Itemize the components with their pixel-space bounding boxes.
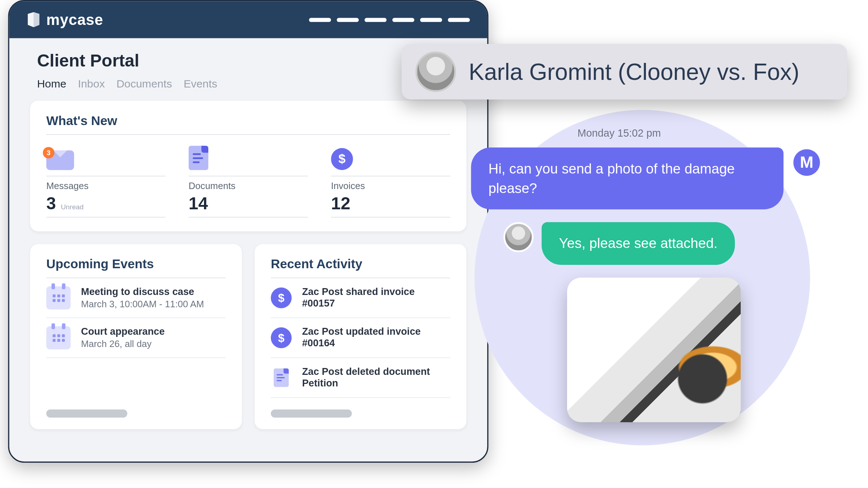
document-icon <box>274 368 289 387</box>
wn-messages-value: 3 <box>46 194 56 213</box>
wn-messages-label: Messages <box>46 181 166 192</box>
whats-new-card: What's New 3 Messages 3 Unread <box>30 100 466 231</box>
scrollbar[interactable] <box>46 410 127 418</box>
dollar-icon: $ <box>271 328 292 348</box>
whats-new-title: What's New <box>46 114 450 135</box>
window-decor <box>309 18 470 22</box>
chat-panel: Monday 15:02 pm Hi, can you send a photo… <box>417 127 822 422</box>
document-icon <box>189 146 208 170</box>
self-avatar <box>503 222 533 252</box>
other-avatar: M <box>792 147 822 177</box>
tab-inbox[interactable]: Inbox <box>78 77 105 90</box>
event-title: Court appearance <box>81 326 165 338</box>
contact-avatar <box>416 51 456 92</box>
wn-messages[interactable]: 3 Messages 3 Unread <box>46 145 166 218</box>
upcoming-title: Upcoming Events <box>46 257 226 278</box>
wn-documents-label: Documents <box>189 181 308 192</box>
calendar-icon <box>46 326 71 349</box>
page-title: Client Portal <box>37 51 459 70</box>
event-row[interactable]: Court appearance March 26, all day <box>46 318 226 358</box>
scrollbar[interactable] <box>271 410 352 418</box>
event-row[interactable]: Meeting to discuss case March 3, 10:00AM… <box>46 278 226 318</box>
contact-name: Karla Gromint (Clooney vs. Fox) <box>469 59 799 85</box>
attachment-image[interactable] <box>567 278 741 422</box>
event-sub: March 26, all day <box>81 339 165 350</box>
message-row: Yes, please see attached. <box>503 222 822 265</box>
dollar-icon: $ <box>271 287 292 308</box>
brand-name: mycase <box>46 11 103 29</box>
event-sub: March 3, 10:00AM - 11:00 AM <box>81 299 204 309</box>
event-title: Meeting to discuss case <box>81 286 204 298</box>
dollar-icon: $ <box>331 148 353 170</box>
message-bubble-other: Hi, can you send a photo of the damage p… <box>471 147 783 210</box>
tab-documents[interactable]: Documents <box>116 77 172 90</box>
conversation-header[interactable]: Karla Gromint (Clooney vs. Fox) <box>401 44 847 100</box>
brand-logo-icon <box>27 12 41 27</box>
wn-documents[interactable]: Documents 14 <box>189 145 308 218</box>
message-bubble-self: Yes, please see attached. <box>542 222 735 265</box>
calendar-icon <box>46 286 71 309</box>
unread-badge: 3 <box>43 147 54 158</box>
wn-messages-sub: Unread <box>61 203 84 211</box>
message-row: Hi, can you send a photo of the damage p… <box>417 147 822 210</box>
upcoming-events-card: Upcoming Events Meeting to discuss case … <box>30 244 242 429</box>
content: What's New 3 Messages 3 Unread <box>9 90 488 447</box>
chat-timestamp: Monday 15:02 pm <box>417 127 822 140</box>
brand: mycase <box>27 11 103 29</box>
tab-home[interactable]: Home <box>37 77 66 90</box>
tab-events[interactable]: Events <box>184 77 217 90</box>
wn-documents-value: 14 <box>189 194 308 213</box>
tabs: Home Inbox Documents Events <box>37 77 459 90</box>
title-bar: mycase <box>9 1 488 38</box>
